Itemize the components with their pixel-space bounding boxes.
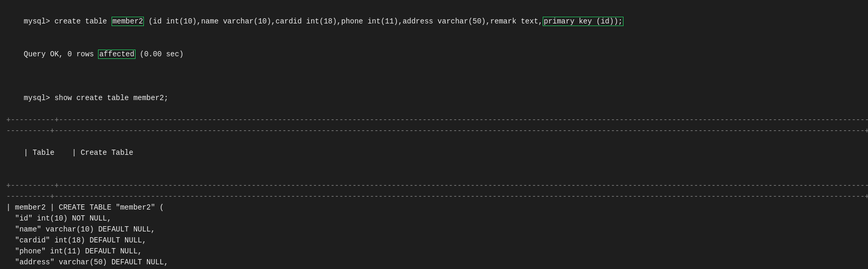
table-name-highlight-1: member2 (112, 17, 144, 26)
affected-highlight: affected (98, 50, 135, 59)
dashes-top-1: +----------+----------------------------… (6, 115, 862, 126)
primary-key-highlight-command: primary key (id)); (543, 17, 624, 26)
blank-line-2 (6, 169, 862, 180)
query-ok-end: (0.00 sec) (136, 50, 184, 58)
command-line-1: mysql> create table member2 (id int(10),… (6, 5, 862, 38)
data-row-2: "id" int(10) NOT NULL, (6, 213, 862, 224)
show-create-text: mysql> show create table member2; (24, 94, 168, 102)
header-end: | (133, 149, 868, 157)
terminal-window: mysql> create table member2 (id int(10),… (0, 0, 868, 269)
header-text: | Table | Create Table (24, 149, 133, 157)
dashes-mid-1: +----------+----------------------------… (6, 180, 862, 191)
data-row-4: "cardid" int(18) DEFAULT NULL, (6, 235, 862, 246)
query-ok-text: Query OK, 0 rows (24, 50, 99, 58)
command1-rest: (id int(10),name varchar(10),cardid int(… (144, 17, 543, 26)
data-row-1: | member2 | CREATE TABLE "member2" ( (6, 202, 862, 213)
data-row-6: "address" varchar(50) DEFAULT NULL, (6, 257, 862, 268)
show-create-command: mysql> show create table member2; (6, 82, 862, 115)
table-header-row: | Table | Create Table | (6, 137, 862, 169)
query-ok-line: Query OK, 0 rows affected (0.00 sec) (6, 38, 862, 71)
dashes-top-2: ----------+-----------------------------… (6, 126, 862, 137)
dashes-mid-2: ----------+-----------------------------… (6, 191, 862, 202)
data-row-3: "name" varchar(10) DEFAULT NULL, (6, 224, 862, 235)
data-row-5: "phone" int(11) DEFAULT NULL, (6, 246, 862, 257)
prompt-1: mysql> create table (24, 17, 112, 26)
blank-line-1 (6, 71, 862, 82)
